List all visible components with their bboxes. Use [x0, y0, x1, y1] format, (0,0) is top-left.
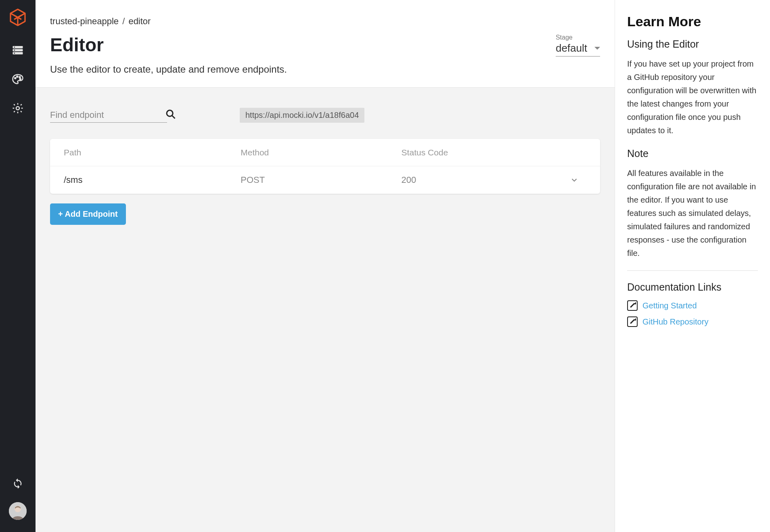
- stage-select[interactable]: Stage default: [556, 34, 600, 57]
- logo[interactable]: [8, 7, 28, 27]
- section-body-using-editor: If you have set up your project from a G…: [627, 57, 758, 137]
- main-content: trusted-pineapple / editor Editor Use th…: [36, 0, 615, 532]
- search-icon[interactable]: [165, 109, 176, 121]
- server-icon[interactable]: [11, 44, 24, 57]
- svg-point-6: [14, 53, 15, 54]
- svg-point-7: [15, 77, 16, 79]
- breadcrumb-page: editor: [128, 16, 151, 26]
- section-body-note: All features available in the configurat…: [627, 167, 758, 260]
- docs-heading: Documentation Links: [627, 281, 758, 293]
- doc-link-label: GitHub Repository: [642, 317, 708, 327]
- api-url[interactable]: https://api.mocki.io/v1/a18f6a04: [240, 108, 364, 123]
- learn-more-title: Learn More: [627, 14, 758, 29]
- section-heading-note: Note: [627, 148, 758, 159]
- breadcrumb-separator: /: [122, 16, 125, 26]
- search-input[interactable]: [50, 110, 161, 120]
- avatar[interactable]: [9, 502, 27, 520]
- page-title: Editor: [50, 34, 287, 56]
- doc-link-github-repository[interactable]: GitHub Repository: [627, 316, 758, 327]
- palette-icon[interactable]: [11, 73, 24, 86]
- breadcrumb: trusted-pineapple / editor: [50, 16, 600, 27]
- breadcrumb-project[interactable]: trusted-pineapple: [50, 16, 119, 26]
- sidebar: [0, 0, 36, 532]
- gear-icon[interactable]: [11, 102, 24, 115]
- chevron-down-icon: [594, 47, 600, 50]
- doc-link-label: Getting Started: [642, 301, 697, 310]
- right-panel: Learn More Using the Editor If you have …: [615, 0, 770, 532]
- search-box: [50, 109, 167, 123]
- expand-row-icon[interactable]: [562, 176, 586, 184]
- svg-point-8: [17, 76, 18, 77]
- cell-path: /sms: [64, 175, 241, 185]
- svg-point-14: [167, 110, 173, 116]
- doc-link-getting-started[interactable]: Getting Started: [627, 300, 758, 311]
- col-header-path: Path: [64, 148, 241, 157]
- svg-point-9: [19, 76, 20, 77]
- endpoints-table: Path Method Status Code /sms POST 200: [50, 139, 600, 194]
- col-header-method: Method: [241, 148, 401, 157]
- col-header-status: Status Code: [402, 148, 562, 157]
- svg-point-4: [14, 47, 15, 48]
- stage-value: default: [556, 42, 587, 54]
- external-link-icon: [627, 300, 638, 311]
- svg-point-10: [20, 78, 21, 80]
- divider: [627, 270, 758, 271]
- svg-point-5: [14, 50, 15, 51]
- svg-point-11: [16, 107, 19, 110]
- external-link-icon: [627, 316, 638, 327]
- cell-status: 200: [402, 175, 562, 185]
- svg-line-15: [172, 116, 175, 119]
- page-subtitle: Use the editor to create, update and rem…: [50, 64, 287, 75]
- sync-icon[interactable]: [11, 477, 24, 490]
- stage-label: Stage: [556, 34, 573, 41]
- table-row[interactable]: /sms POST 200: [50, 166, 600, 194]
- section-heading-using-editor: Using the Editor: [627, 38, 758, 50]
- cell-method: POST: [241, 175, 401, 185]
- add-endpoint-button[interactable]: + Add Endpoint: [50, 203, 126, 225]
